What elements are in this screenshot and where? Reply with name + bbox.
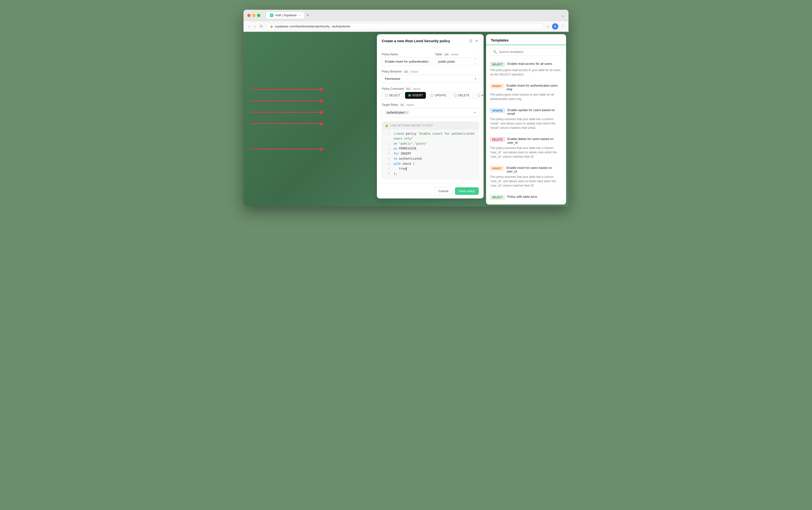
code-line-2: 2 on "public"."posts" [382, 141, 479, 146]
browser-titlebar: S Auth | Supabase × + ⌄ [243, 10, 569, 21]
browser-content: Create a new Row Level Security policy ⊡… [243, 32, 569, 206]
table-label: Table on clause [435, 53, 479, 56]
dialog-title: Create a new Row Level Security policy [382, 39, 450, 43]
forward-button[interactable]: › [253, 24, 256, 29]
cmd-delete-radio[interactable] [454, 94, 457, 97]
browser-menu-icon[interactable]: ⌄ [561, 12, 565, 18]
cmd-all-radio[interactable] [477, 94, 480, 97]
template-2-desc: This policy gives insert access to your … [490, 92, 562, 101]
command-clause-text: clause [413, 87, 421, 90]
address-box[interactable]: 🔒 supabase.com/dashboard/project/ryufq..… [266, 23, 544, 30]
policy-name-input[interactable] [382, 57, 432, 65]
role-remove-icon[interactable]: ✕ [405, 111, 408, 114]
template-item-2[interactable]: INSERT Enable insert for authenticated u… [486, 80, 566, 105]
template-1-badge: SELECT [490, 62, 505, 66]
policy-command-section: Policy Command for clause SELECT [382, 87, 479, 99]
code-line-3: 3 as PERMISSIVE [382, 146, 479, 151]
tab-title: Auth | Supabase [275, 13, 297, 17]
policy-behavior-label: Policy Behavior as clause [382, 70, 479, 73]
lock-icon: 🔒 [270, 25, 273, 28]
browser-more-icon[interactable]: ⋮ [561, 24, 565, 29]
back-button[interactable]: ‹ [247, 24, 250, 29]
code-body: 1 create policy "Enable insert for authe… [382, 129, 479, 178]
template-4-header: DELETE Enable delete for users based on … [490, 137, 562, 144]
new-tab-button[interactable]: + [305, 12, 311, 19]
dialog-body: Policy Name Table on clause [377, 48, 484, 183]
template-4-title: Enable delete for users based on user_id [507, 137, 562, 144]
maximize-traffic-light[interactable] [257, 14, 260, 17]
code-editor-header: 🔒 USE OPTIONS ABOVE TO EDIT [382, 122, 479, 129]
template-item-3[interactable]: UPDATE Enable update for users based on … [486, 105, 566, 134]
table-on-badge: on [444, 53, 449, 56]
roles-input[interactable]: authenticated ✕ ▾ [382, 108, 479, 117]
traffic-lights [247, 14, 260, 17]
template-3-title: Enable update for users based on email [507, 108, 562, 115]
template-5-desc: This policy assumes that your table has … [490, 175, 562, 188]
behavior-as-badge: as [403, 70, 409, 73]
close-traffic-light[interactable] [247, 14, 250, 17]
cancel-button[interactable]: Cancel [434, 187, 452, 195]
template-item-4[interactable]: DELETE Enable delete for users based on … [486, 134, 566, 163]
policy-command-label: Policy Command for clause [382, 87, 479, 90]
template-item-6[interactable]: SELECT Policy with table joins [486, 192, 566, 204]
roles-to-badge: to [399, 103, 404, 107]
cmd-select-radio[interactable] [385, 94, 388, 97]
expand-icon[interactable]: ⊡ [469, 38, 473, 44]
tab-favicon: S [270, 13, 273, 17]
cmd-delete[interactable]: DELETE [451, 92, 473, 99]
bookmark-icon[interactable]: ☆ [546, 24, 549, 29]
policy-behavior-section: Policy Behavior as clause Permissive Res… [382, 70, 479, 83]
behavior-select-wrapper: Permissive Restrictive ▾ [382, 75, 479, 83]
roles-clause-text: clause [406, 103, 414, 106]
code-line-7: 7 true [382, 166, 479, 171]
save-policy-button[interactable]: Save policy [455, 187, 479, 195]
dialog-header-actions: ⊡ ✕ [469, 38, 479, 44]
template-2-header: INSERT Enable insert for authenticated u… [490, 84, 562, 91]
reload-button[interactable]: ↻ [259, 24, 264, 29]
target-roles-section: Target Roles to clause authenticated ✕ ▾ [382, 103, 479, 117]
template-item-5[interactable]: INSERT Enable insert for users based on … [486, 163, 566, 192]
template-4-badge: DELETE [490, 137, 505, 142]
command-buttons: SELECT INSERT UPDATE [382, 92, 479, 99]
profile-avatar[interactable]: S [552, 23, 558, 30]
template-1-title: Enable read access for all users [507, 62, 552, 65]
policy-name-label: Policy Name [382, 53, 432, 56]
cmd-insert-radio[interactable] [408, 94, 411, 97]
behavior-clause-text: clause [410, 70, 418, 73]
cmd-insert[interactable]: INSERT [405, 92, 426, 99]
templates-search-box[interactable]: 🔍 [490, 48, 562, 56]
policy-name-group: Policy Name [382, 53, 432, 65]
table-input-wrapper: ⌃⌄ [435, 57, 479, 65]
modal-backdrop: Create a new Row Level Security policy ⊡… [243, 32, 569, 206]
templates-title: Templates [486, 34, 566, 45]
cmd-all[interactable]: ALL [474, 92, 484, 99]
table-chevron-icon: ⌃⌄ [474, 58, 476, 65]
template-item-1[interactable]: SELECT Enable read access for all users … [486, 58, 566, 80]
code-line-1: 1 create policy "Enable insert for authe… [382, 131, 479, 141]
behavior-select[interactable]: Permissive Restrictive [382, 75, 479, 83]
cmd-select[interactable]: SELECT [382, 92, 403, 99]
minimize-traffic-light[interactable] [252, 14, 255, 17]
close-dialog-icon[interactable]: ✕ [475, 38, 479, 44]
editor-lock-icon: 🔒 [385, 124, 389, 127]
code-line-5: 5 to authenticated [382, 156, 479, 161]
code-hint-text: USE OPTIONS ABOVE TO EDIT [390, 124, 433, 127]
table-input[interactable] [435, 57, 479, 65]
table-group: Table on clause ⌃⌄ [435, 53, 479, 65]
code-line-6: 6 with check ( [382, 161, 479, 166]
browser-window: S Auth | Supabase × + ⌄ ‹ › ↻ 🔒 supabase… [243, 10, 569, 206]
template-5-title: Enable insert for users based on user_id [506, 166, 562, 173]
dialog-header: Create a new Row Level Security policy ⊡… [377, 34, 484, 48]
cmd-update[interactable]: UPDATE [427, 92, 449, 99]
code-line-8: 8 ); [382, 171, 479, 176]
search-templates-input[interactable] [499, 50, 559, 54]
active-tab[interactable]: S Auth | Supabase × [266, 12, 304, 19]
role-tag-authenticated: authenticated ✕ [385, 110, 410, 115]
cmd-update-radio[interactable] [430, 94, 433, 97]
template-4-desc: This policy assumes that your table has … [490, 146, 562, 159]
template-6-header: SELECT Policy with table joins [490, 195, 562, 199]
code-editor: 🔒 USE OPTIONS ABOVE TO EDIT 1 create pol… [382, 121, 479, 178]
templates-panel: Templates 🔍 SELECT Enable read access fo… [486, 34, 566, 204]
template-3-desc: This policy assumes that your table has … [490, 117, 562, 130]
tab-close-icon[interactable]: × [299, 14, 300, 17]
